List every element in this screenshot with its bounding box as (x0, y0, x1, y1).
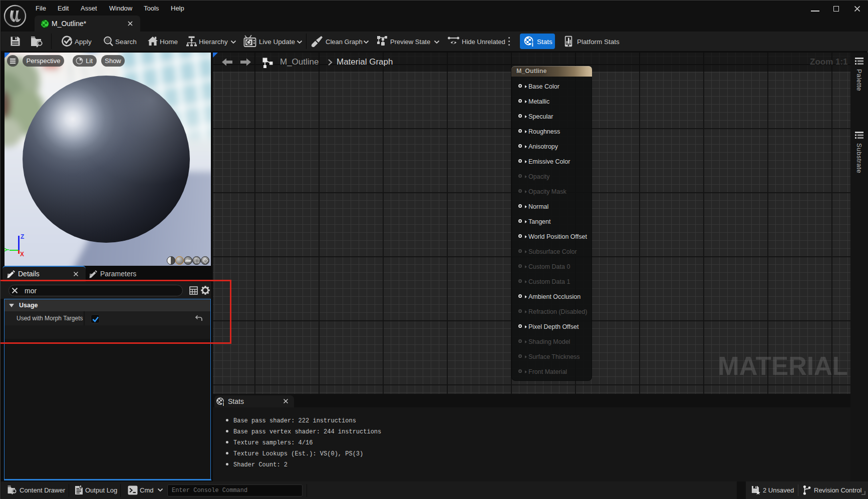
svg-text:i: i (532, 41, 533, 47)
svg-text:i: i (223, 401, 224, 406)
